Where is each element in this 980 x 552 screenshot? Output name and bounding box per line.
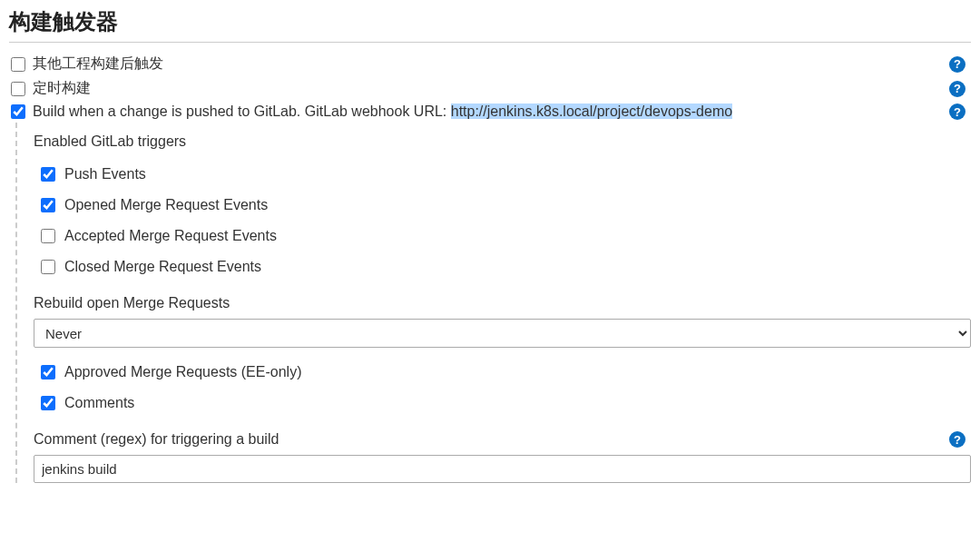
gitlab-triggers-title-text: Enabled GitLab triggers [34,133,971,150]
gitlab-triggers-title: Enabled GitLab triggers [34,133,971,150]
opened-mr-checkbox[interactable] [41,198,55,212]
trigger-gitlab-url: http://jenkins.k8s.local/project/devops-… [451,104,732,119]
push-events-label: Push Events [64,166,146,182]
approved-mr-row: Approved Merge Requests (EE-only) [34,357,971,388]
trigger-other-project-label: 其他工程构建后触发 [33,54,942,74]
trigger-gitlab-label-prefix: Build when a change is pushed to GitLab.… [33,104,451,119]
comment-regex-label-text: Comment (regex) for triggering a build [34,431,949,448]
opened-mr-label: Opened Merge Request Events [64,197,268,213]
trigger-periodic-label: 定时构建 [33,79,942,98]
section-title: 构建触发器 [9,7,971,43]
comments-label: Comments [64,395,134,411]
trigger-row-gitlab: Build when a change is pushed to GitLab.… [9,101,971,123]
trigger-other-project-checkbox[interactable] [11,57,25,72]
trigger-row-periodic: 定时构建 ? [9,76,971,101]
push-events-checkbox[interactable] [41,167,55,182]
rebuild-open-mr-label: Rebuild open Merge Requests [34,295,971,311]
closed-mr-label: Closed Merge Request Events [64,259,261,275]
trigger-gitlab-label: Build when a change is pushed to GitLab.… [33,104,942,120]
help-icon[interactable]: ? [949,104,965,120]
trigger-gitlab-checkbox[interactable] [11,104,25,119]
closed-mr-row: Closed Merge Request Events [34,251,971,282]
gitlab-triggers-section: Enabled GitLab triggers Push Events Open… [15,123,971,483]
help-icon[interactable]: ? [949,81,965,97]
accepted-mr-label: Accepted Merge Request Events [64,228,277,244]
push-events-row: Push Events [34,159,971,190]
help-icon[interactable]: ? [949,56,965,73]
help-icon[interactable]: ? [949,431,965,448]
rebuild-open-mr-select[interactable]: Never [34,319,971,348]
accepted-mr-row: Accepted Merge Request Events [34,221,971,251]
trigger-row-other-project: 其他工程构建后触发 ? [9,52,971,76]
approved-mr-label: Approved Merge Requests (EE-only) [64,364,301,380]
comment-regex-label: Comment (regex) for triggering a build ? [34,431,971,448]
trigger-periodic-checkbox[interactable] [11,82,25,96]
approved-mr-checkbox[interactable] [41,365,55,380]
closed-mr-checkbox[interactable] [41,260,55,274]
comments-checkbox[interactable] [41,396,55,410]
comments-row: Comments [34,388,971,419]
comment-regex-input[interactable] [34,455,971,483]
accepted-mr-checkbox[interactable] [41,229,55,243]
rebuild-open-mr-label-text: Rebuild open Merge Requests [34,295,971,311]
opened-mr-row: Opened Merge Request Events [34,190,971,221]
